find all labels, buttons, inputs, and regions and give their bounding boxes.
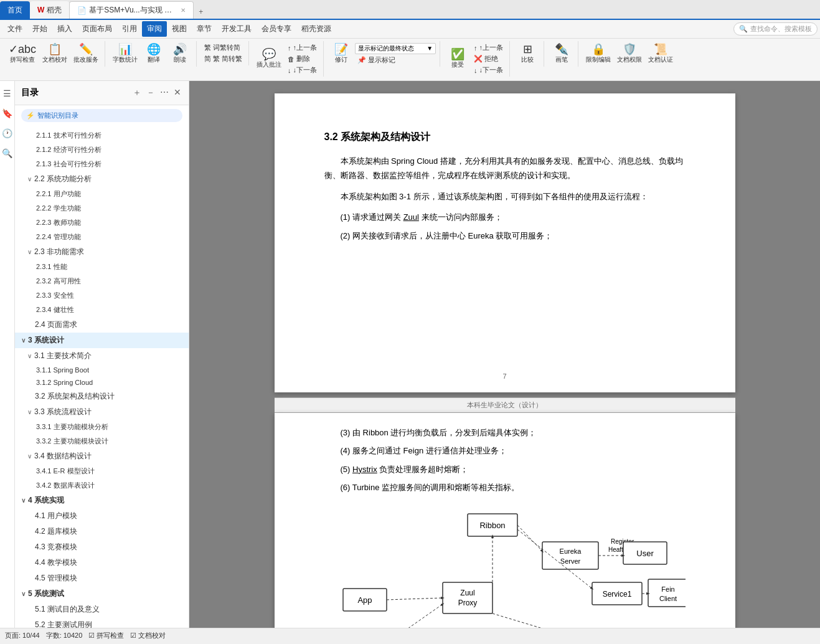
compare-btn[interactable]: ⊞ 比较 bbox=[515, 42, 540, 65]
simplified-btn[interactable]: 简 繁 简转繁 bbox=[202, 54, 245, 64]
menu-start[interactable]: 开始 bbox=[27, 21, 52, 37]
menu-reference[interactable]: 引用 bbox=[117, 21, 142, 37]
spell-check-status[interactable]: ☑ 拼写检查 bbox=[88, 631, 124, 640]
doc-permission-btn[interactable]: 🛡️ 文档权限 bbox=[615, 42, 644, 65]
toc-item[interactable]: 3.4.2 数据库表设计 bbox=[15, 478, 189, 493]
toc-item[interactable]: 5.1 测试目的及意义 bbox=[15, 602, 189, 617]
toc-item[interactable]: 4.4 教学模块 bbox=[15, 555, 189, 571]
toc-item[interactable]: 2.1.1 技术可行性分析 bbox=[15, 128, 189, 143]
toc-item[interactable]: ∨4 系统实现 bbox=[15, 493, 189, 508]
toc-item[interactable]: 2.2.1 用户功能 bbox=[15, 187, 189, 201]
traditional-btn[interactable]: 繁 词繁转简 bbox=[202, 42, 245, 53]
toc-item[interactable]: 4.1 用户模块 bbox=[15, 508, 189, 524]
accept-btn[interactable]: ✅ 接受 bbox=[445, 47, 470, 70]
read-aloud-btn[interactable]: 🔊 朗读 bbox=[167, 42, 192, 65]
toc-item[interactable]: ∨3.4 数据结构设计 bbox=[15, 448, 189, 464]
tab-document[interactable]: 📄 基于SSM+Vu...与实现 毕业论文 ✕ bbox=[69, 1, 194, 19]
close-icon[interactable]: ✕ bbox=[172, 86, 182, 100]
toc-item[interactable]: ∨5 系统测试 bbox=[15, 586, 189, 602]
toc-item[interactable]: 2.2.2 学生功能 bbox=[15, 201, 189, 215]
translate-btn[interactable]: 🌐 翻译 bbox=[141, 42, 166, 65]
show-markup-btn[interactable]: 📌 显示标记 bbox=[355, 55, 436, 65]
toc-item[interactable]: ∨3.1 主要技术简介 bbox=[15, 348, 189, 364]
menu-chapter[interactable]: 章节 bbox=[192, 21, 217, 37]
collapse-icon[interactable]: － bbox=[145, 86, 156, 100]
menu-layout[interactable]: 页面布局 bbox=[77, 21, 117, 37]
toc-item[interactable]: 3.2 系统架构及结构设计 bbox=[15, 389, 189, 404]
add-comment-btn[interactable]: 💬 插入批注 bbox=[254, 47, 284, 70]
nav-menu-icon[interactable]: ☰ bbox=[1, 86, 14, 101]
toc-item[interactable]: 2.3.1 性能 bbox=[15, 260, 189, 274]
toc-item[interactable]: ∨2.3 非功能需求 bbox=[15, 244, 189, 260]
toc-arrow-icon[interactable]: ∨ bbox=[21, 590, 26, 597]
toc-arrow-icon[interactable]: ∨ bbox=[21, 497, 26, 504]
menu-developer[interactable]: 开发工具 bbox=[217, 21, 257, 37]
toc-arrow-icon[interactable]: ∨ bbox=[21, 337, 26, 344]
ink-btn[interactable]: ✒️ 画笔 bbox=[549, 42, 574, 65]
svg-line-29 bbox=[517, 525, 542, 551]
tab-close-btn[interactable]: ✕ bbox=[181, 7, 186, 14]
toc-item[interactable]: 4.2 题库模块 bbox=[15, 524, 189, 539]
toc-item[interactable]: ∨3.3 系统流程设计 bbox=[15, 404, 189, 420]
menu-file[interactable]: 文件 bbox=[2, 21, 27, 37]
nav-bookmark-icon[interactable]: 🔖 bbox=[0, 106, 15, 121]
edit-service-btn[interactable]: ✏️ 批改服务 bbox=[71, 42, 101, 65]
tab-wps[interactable]: W 稻壳 bbox=[30, 1, 69, 19]
toc-item[interactable]: 3.1.2 Spring Cloud bbox=[15, 376, 189, 389]
toc-item[interactable]: 3.3.2 主要功能模块设计 bbox=[15, 434, 189, 448]
toc-arrow-icon[interactable]: ∨ bbox=[27, 453, 32, 460]
tab-home[interactable]: 首页 bbox=[0, 1, 30, 19]
menu-view[interactable]: 视图 bbox=[167, 21, 192, 37]
prev-change-icon: ↑ bbox=[474, 44, 478, 52]
toc-item[interactable]: ∨3 系统设计 bbox=[15, 333, 189, 348]
prev-comment-btn[interactable]: ↑ ↑上一条 bbox=[285, 42, 319, 53]
next-change-btn[interactable]: ↓ ↓下一条 bbox=[471, 65, 506, 75]
document-area[interactable]: 3.2 系统架构及结构设计 本系统架构由 Spring Cloud 搭建，充分利… bbox=[189, 81, 820, 628]
toc-item[interactable]: 2.2.4 管理功能 bbox=[15, 230, 189, 244]
toc-arrow-icon[interactable]: ∨ bbox=[27, 409, 32, 415]
page-separator: 本科生毕业论文（设计） bbox=[275, 397, 735, 413]
expand-icon[interactable]: ＋ bbox=[131, 86, 143, 100]
ai-identify-btn[interactable]: ⚡ 智能识别目录 bbox=[21, 109, 182, 122]
nav-search-icon[interactable]: 🔍 bbox=[0, 146, 15, 161]
add-tab-btn[interactable]: + bbox=[194, 5, 208, 19]
toc-item[interactable]: 2.4 页面需求 bbox=[15, 317, 189, 333]
settings-icon[interactable]: ⋯ bbox=[159, 86, 170, 100]
doc-compare-btn[interactable]: 📋 文档校对 bbox=[40, 42, 70, 65]
delete-comment-btn[interactable]: 🗑 删除 bbox=[285, 54, 319, 64]
toc-item[interactable]: 2.3.3 安全性 bbox=[15, 288, 189, 303]
toc-item[interactable]: 2.1.2 经济可行性分析 bbox=[15, 143, 189, 157]
toc-item[interactable]: 2.2.3 教师功能 bbox=[15, 215, 189, 230]
toc-item[interactable]: 5.2 主要测试用例 bbox=[15, 617, 189, 628]
menu-wps-resources[interactable]: 稻壳资源 bbox=[296, 21, 336, 37]
doc-compare-status[interactable]: ☑ 文档校对 bbox=[130, 631, 166, 640]
status-bar: 页面: 10/44 字数: 10420 ☑ 拼写检查 ☑ 文档校对 bbox=[0, 628, 820, 643]
reject-btn[interactable]: ❌ 拒绝 bbox=[471, 54, 506, 64]
char-count-btn[interactable]: 📊 字数统计 bbox=[110, 42, 140, 65]
menu-review[interactable]: 审阅 bbox=[142, 21, 167, 37]
toc-item[interactable]: 2.1.3 社会可行性分析 bbox=[15, 157, 189, 171]
revise-btn[interactable]: 📝 修订 bbox=[329, 42, 354, 65]
toc-arrow-icon[interactable]: ∨ bbox=[27, 249, 32, 255]
toc-item[interactable]: 2.3.2 高可用性 bbox=[15, 274, 189, 288]
toc-item[interactable]: 2.3.4 健壮性 bbox=[15, 303, 189, 317]
toc-item-label: 3.3.1 主要功能模块分析 bbox=[36, 422, 108, 432]
menu-vip[interactable]: 会员专享 bbox=[257, 21, 296, 37]
doc-verify-btn[interactable]: 📜 文档认证 bbox=[646, 42, 676, 65]
toc-item[interactable]: ∨2.2 系统功能分析 bbox=[15, 171, 189, 187]
toc-arrow-icon[interactable]: ∨ bbox=[27, 353, 32, 359]
restrict-edit-btn[interactable]: 🔒 限制编辑 bbox=[583, 42, 613, 65]
toc-arrow-icon[interactable]: ∨ bbox=[27, 176, 32, 182]
nav-history-icon[interactable]: 🕐 bbox=[0, 126, 15, 141]
show-final-select[interactable]: 显示标记的最终状态 ▼ bbox=[355, 43, 436, 54]
toc-item[interactable]: 4.5 管理模块 bbox=[15, 571, 189, 586]
next-comment-btn[interactable]: ↓ ↓下一条 bbox=[285, 65, 319, 75]
prev-change-btn[interactable]: ↑ ↑上一条 bbox=[471, 42, 506, 53]
menu-search-box[interactable]: 🔍 查找命令、搜索模板 bbox=[733, 22, 818, 36]
toc-item[interactable]: 3.4.1 E-R 模型设计 bbox=[15, 464, 189, 478]
toc-item[interactable]: 3.1.1 Spring Boot bbox=[15, 364, 189, 376]
menu-insert[interactable]: 插入 bbox=[52, 21, 77, 37]
toc-item[interactable]: 4.3 竞赛模块 bbox=[15, 539, 189, 555]
spell-check-btn[interactable]: ✓abc 拼写检查 bbox=[6, 42, 39, 65]
toc-item[interactable]: 3.3.1 主要功能模块分析 bbox=[15, 420, 189, 434]
